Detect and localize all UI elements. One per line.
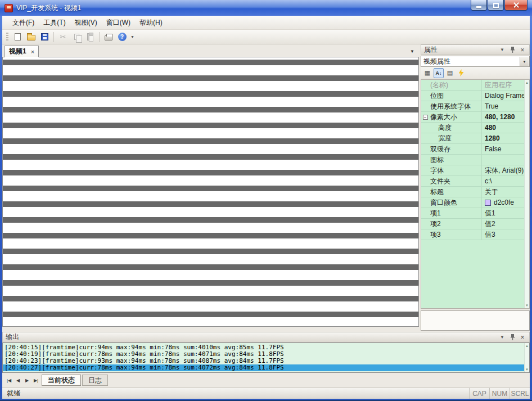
property-row[interactable]: 双缓存 False: [421, 144, 529, 155]
scroll-up-icon[interactable]: ▲: [525, 81, 529, 84]
maximize-button[interactable]: [488, 0, 504, 11]
toolbar-grip[interactable]: [6, 33, 8, 42]
paste-button[interactable]: [84, 31, 96, 43]
application-window: VIP_开发系统 - 视频1 文件(F) 工具(T) 视图(V) 窗口(W) 帮…: [0, 0, 532, 401]
pin-icon[interactable]: [508, 334, 516, 341]
about-button[interactable]: ?: [116, 31, 128, 43]
property-label: 窗口颜色: [429, 197, 482, 208]
copy-button[interactable]: [70, 31, 83, 43]
property-value[interactable]: 值1: [482, 208, 529, 218]
close-icon: [513, 2, 520, 8]
properties-header[interactable]: 属性 ▼ ×: [421, 44, 530, 55]
close-button[interactable]: [504, 0, 528, 11]
property-row[interactable]: 使用系统字体 True: [421, 101, 529, 112]
property-row[interactable]: 标题 关于: [421, 187, 529, 197]
copy-icon: [74, 34, 79, 40]
tab-current-status[interactable]: 当前状态: [42, 375, 81, 386]
property-label: 高度: [429, 123, 482, 133]
scroll-down-icon[interactable]: ▼: [525, 304, 529, 307]
property-row[interactable]: 窗口颜色 d2c0fe: [421, 197, 529, 208]
tab-list-dropdown-icon[interactable]: ▼: [410, 49, 414, 54]
scroll-down-icon[interactable]: ▼: [525, 368, 529, 371]
property-row[interactable]: 字体 宋体, Arial(9): [421, 165, 529, 176]
log-line-selected[interactable]: [20:40:27][framtime]curr:78ms max:94ms m…: [3, 364, 529, 371]
property-category-select[interactable]: 视频属性 ▼: [421, 56, 530, 67]
save-button[interactable]: [38, 31, 51, 43]
new-file-button[interactable]: [11, 31, 24, 43]
print-button[interactable]: [102, 31, 115, 43]
cut-button[interactable]: [57, 31, 69, 43]
scroll-lock-indicator: SCRL: [510, 388, 530, 399]
property-value[interactable]: 关于: [482, 187, 529, 197]
property-row[interactable]: 位图 Dialog Frame: [421, 91, 529, 101]
collapse-icon[interactable]: −: [423, 115, 428, 120]
tab-video1[interactable]: 视频1 ×: [4, 46, 39, 57]
tab-close-icon[interactable]: ×: [31, 48, 34, 55]
categorized-view-button[interactable]: ▦: [422, 68, 432, 78]
property-value[interactable]: c:\: [482, 176, 529, 186]
menu-window[interactable]: 窗口(W): [102, 16, 135, 29]
menu-help[interactable]: 帮助(H): [135, 16, 167, 29]
alphabetical-sort-button[interactable]: A↓: [434, 68, 444, 78]
menu-file[interactable]: 文件(F): [8, 16, 39, 29]
property-value[interactable]: True: [482, 101, 529, 111]
property-value[interactable]: False: [482, 144, 529, 154]
events-button[interactable]: [456, 68, 466, 78]
scroll-up-icon[interactable]: ▲: [525, 344, 529, 348]
toolbar-overflow-icon[interactable]: ▼: [130, 35, 134, 39]
panel-menu-icon[interactable]: ▼: [498, 334, 506, 341]
property-value[interactable]: 值2: [482, 219, 529, 229]
properties-scrollbar[interactable]: ▲ ▼: [524, 80, 529, 308]
panel-close-icon[interactable]: ×: [519, 46, 526, 54]
property-value[interactable]: 宋体, Arial(9): [482, 165, 529, 175]
pin-icon[interactable]: [508, 46, 516, 54]
title-bar[interactable]: VIP_开发系统 - 视频1: [0, 0, 532, 16]
property-row[interactable]: − 像素大小 480, 1280: [421, 112, 529, 123]
property-value[interactable]: 应用程序: [482, 80, 529, 90]
property-value[interactable]: [482, 155, 529, 165]
property-row[interactable]: 项1 值1: [421, 208, 529, 219]
property-row[interactable]: (名称) 应用程序: [421, 80, 529, 91]
output-tab-bar: |◀ ◀ ▶ ▶| 当前状态 日志: [2, 373, 530, 388]
property-value[interactable]: 480: [482, 123, 529, 133]
property-pages-button[interactable]: ▤: [445, 68, 455, 78]
save-icon: [41, 33, 48, 40]
menu-tools[interactable]: 工具(T): [39, 16, 70, 29]
output-header[interactable]: 输出 ▼ ×: [2, 332, 530, 343]
open-file-button[interactable]: [25, 31, 37, 43]
menu-view[interactable]: 视图(V): [70, 16, 102, 29]
property-row[interactable]: 图标: [421, 155, 529, 165]
color-value: d2c0fe: [494, 199, 514, 206]
property-label: 文件夹: [429, 176, 482, 186]
property-grid: (名称) 应用程序 位图 Dialog Frame 使用系统字体 True − …: [421, 79, 530, 309]
first-tab-icon[interactable]: |◀: [4, 376, 13, 385]
property-value[interactable]: d2c0fe: [482, 197, 529, 208]
property-value[interactable]: 1280: [482, 133, 529, 143]
property-row[interactable]: 项2 值2: [421, 219, 529, 229]
property-description-box: [421, 310, 530, 331]
panel-close-icon[interactable]: ×: [519, 334, 526, 341]
property-row[interactable]: 宽度 1280: [421, 133, 529, 144]
property-row[interactable]: 高度 480: [421, 123, 529, 133]
panel-menu-icon[interactable]: ▼: [498, 46, 506, 54]
window-controls: [471, 0, 528, 11]
help-icon: ?: [118, 33, 127, 41]
property-row[interactable]: 文件夹 c:\: [421, 176, 529, 187]
output-scrollbar[interactable]: ▲ ▼: [524, 343, 529, 372]
toolbar-separator: [53, 32, 54, 42]
output-title: 输出: [6, 332, 19, 342]
minimize-button[interactable]: [471, 0, 487, 11]
property-value[interactable]: 值3: [482, 229, 529, 240]
property-value[interactable]: Dialog Frame: [482, 91, 529, 101]
chevron-down-icon[interactable]: ▼: [520, 57, 529, 66]
sort-az-icon: A↓: [436, 70, 442, 76]
property-label: 字体: [429, 165, 482, 175]
property-row[interactable]: 项3 值3: [421, 229, 529, 240]
tab-log[interactable]: 日志: [82, 375, 108, 386]
video-canvas[interactable]: [2, 57, 419, 327]
property-value[interactable]: 480, 1280: [482, 112, 529, 122]
property-label: (名称): [429, 80, 482, 90]
prev-tab-icon[interactable]: ◀: [13, 376, 22, 385]
next-tab-icon[interactable]: ▶: [22, 376, 31, 385]
last-tab-icon[interactable]: ▶|: [31, 376, 40, 385]
